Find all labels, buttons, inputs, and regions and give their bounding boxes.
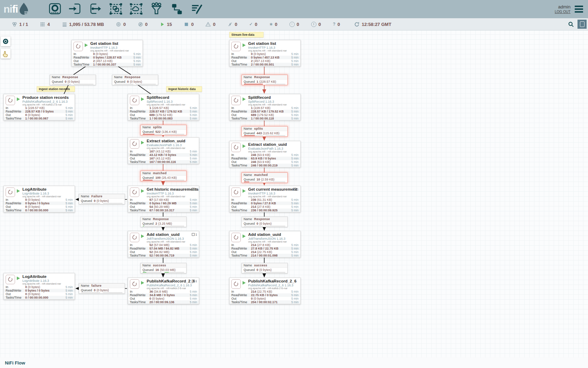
object-threshold-bar xyxy=(114,84,133,84)
output-port-icon[interactable] xyxy=(88,2,103,16)
stat-row: In167 (43.12 KB)5 min xyxy=(128,150,199,153)
running-state-icon xyxy=(243,43,246,47)
processor-get-historic-measurements[interactable]: Get historic measurementsInvokeHTTP 1.16… xyxy=(128,186,199,212)
status-value: 0 xyxy=(255,22,257,27)
connection-queued-row: Queued0(0 bytes) xyxy=(50,80,96,84)
processor-add-station-uuid[interactable]: Add station_uuidJoltTransformJSON 1.16.3… xyxy=(229,231,301,258)
status-value: 1,095 / 53.78 MB xyxy=(69,22,104,27)
stat-window: 5 min xyxy=(187,243,197,247)
stat-value: 228.57 KB / 179.52 KB xyxy=(149,110,187,113)
connection-label-response[interactable]: NameResponseQueued2(3.25 MB) xyxy=(140,217,187,227)
processor-produce-station-records[interactable]: Produce station recordsPublishKafkaRecor… xyxy=(4,94,75,121)
connection-name-row: Namesplits xyxy=(141,125,186,130)
processor-name: SplitRecord xyxy=(147,95,199,100)
connection-label-success[interactable]: NamesuccessQueued0(0 bytes) xyxy=(241,263,288,273)
stat-row: Out0 (0 bytes)5 min xyxy=(4,205,75,209)
label-icon[interactable] xyxy=(190,2,204,16)
stat-window: 5 min xyxy=(187,247,197,250)
connection-label-failure[interactable]: NameFailureQueued0(0 bytes) xyxy=(79,194,125,204)
processor-name: Produce station records xyxy=(22,95,75,100)
status-value: 0 xyxy=(191,22,194,27)
processor-extract-station-uuid[interactable]: Extract station_uuidEvaluateJsonPath 1.1… xyxy=(229,141,301,168)
processor-splitrecord[interactable]: SplitRecordSplitRecord 1.16.3org.apache.… xyxy=(229,94,301,121)
template-icon[interactable] xyxy=(169,2,184,16)
refresh-icon[interactable] xyxy=(354,22,359,27)
stat-window: 5 min xyxy=(62,285,73,289)
stat-value: 54 (60.29 MB) xyxy=(149,205,187,209)
processor-publishkafkarecord-2-6[interactable]: PublishKafkaRecord_2_6PublishKafkaRecord… xyxy=(128,278,199,304)
size-threshold-bar xyxy=(103,203,122,204)
panel-toggle-button[interactable] xyxy=(578,20,587,29)
size-threshold-bar xyxy=(266,226,285,226)
connection-label-matched[interactable]: NamematchedQueued100(25.43 KB) xyxy=(140,171,187,181)
stat-row: Read/Write57.04 MB / 84.82 MB5 min xyxy=(128,247,199,250)
stat-window: 5 min xyxy=(62,113,73,117)
processor-icon xyxy=(130,139,139,149)
stat-value: 0 bytes / 0 bytes xyxy=(25,202,62,205)
connection-label-response[interactable]: NameResponseQueued1(228.57 KB) xyxy=(241,75,288,85)
connection-label-splits[interactable]: NamesplitsQueued443(115.62 KB) xyxy=(241,126,288,137)
logout-link[interactable]: LOG OUT xyxy=(555,10,570,14)
size-threshold-bar xyxy=(74,84,93,84)
connection-label-splits[interactable]: NamesplitsQueued522(136.4 KB) xyxy=(140,125,187,135)
operate-palette-button[interactable] xyxy=(1,49,10,59)
locally-modified-icon: ∗ xyxy=(269,22,273,26)
stat-label: Read/Write xyxy=(130,293,149,297)
status-item-active-threads: 4 xyxy=(40,22,50,27)
stat-window: 5 min xyxy=(62,110,73,113)
processor-icon xyxy=(231,42,241,51)
connection-label-response[interactable]: NameResponseQueued0(0 bytes) xyxy=(112,75,158,85)
queued-count: 16 xyxy=(155,268,159,272)
stat-label: In xyxy=(130,290,149,293)
status-item-cluster: 1 / 1 xyxy=(12,22,28,27)
status-item-running: 15 xyxy=(160,22,172,27)
stat-label: Read/Write xyxy=(6,202,25,205)
global-menu-button[interactable] xyxy=(575,4,583,14)
processor-extract-station-uuid[interactable]: Extract station_uuidEvaluateJsonPath 1.1… xyxy=(128,137,199,164)
processor-bundle: org.apache.nifi - nifi-kafka-2-6-nar xyxy=(22,103,75,106)
stat-value: 2 / 00:00:00.501 xyxy=(251,63,288,66)
stat-row: Read/Write228.57 KB / 179.52 KB5 min xyxy=(230,110,300,113)
stat-row: Out0 (0 bytes)5 min xyxy=(4,292,75,296)
processor-bundle: org.apache.nifi - nifi-standard-nar xyxy=(147,103,199,106)
size-threshold-bar xyxy=(164,272,184,273)
stat-value: 167 / 00:00:00.116 xyxy=(149,160,187,164)
breadcrumb[interactable]: NiFi Flow xyxy=(5,360,25,366)
processor-get-current-measurement[interactable]: Get current measurementInvokeHTTP 1.16.3… xyxy=(229,186,301,212)
stat-window: 5 min xyxy=(187,106,197,110)
connection-label-response[interactable]: NameResponseQueued0(0 bytes) xyxy=(50,75,96,85)
processor-logattribute[interactable]: LogAttributeLogAttribute 1.16.3org.apach… xyxy=(4,273,75,300)
running-icon xyxy=(160,22,165,27)
stat-window: 5 min xyxy=(62,292,73,296)
cluster-icon xyxy=(12,22,17,27)
stat-label: Out xyxy=(6,205,25,209)
process-group-icon[interactable] xyxy=(108,2,123,16)
navigate-palette-button[interactable] xyxy=(1,36,10,46)
stat-value: 228.57 KB / 0 bytes xyxy=(25,110,62,113)
processor-name: Extract station_uuid xyxy=(147,139,199,143)
stat-value: 204 / 00:00:02.171 xyxy=(251,300,288,304)
processor-splitrecord[interactable]: SplitRecordSplitRecord 1.16.3org.apache.… xyxy=(128,94,199,121)
stat-label: Out xyxy=(130,205,149,209)
queued-count: 0 xyxy=(127,80,129,83)
search-icon[interactable] xyxy=(568,21,574,27)
size-threshold-bar xyxy=(164,134,184,135)
stat-row: Read/Write63.9 KB / 0 bytes5 min xyxy=(230,157,300,160)
funnel-icon[interactable] xyxy=(149,2,164,16)
connection-label-response[interactable]: NameResponseQueued0(0 bytes) xyxy=(241,217,288,227)
processor-get-station-list[interactable]: Get station listInvokeHTTP 1.16.3org.apa… xyxy=(71,40,143,67)
remote-process-group-icon[interactable] xyxy=(129,2,144,16)
stat-row: In36 (34.8 MB)5 min xyxy=(128,290,199,293)
object-threshold-bar xyxy=(52,84,71,84)
stat-value: 67 / 00:00:10.317 xyxy=(149,209,187,212)
processor-add-station-uuid[interactable]: Add station_uuidJoltTransformJSON 1.16.3… xyxy=(128,231,199,258)
connection-label-success[interactable]: NamesuccessQueued16(50.03 MB) xyxy=(140,263,187,273)
stat-label: Out xyxy=(130,250,149,254)
processor-logattribute[interactable]: LogAttributeLogAttribute 1.16.3org.apach… xyxy=(4,186,75,212)
processor-publishkafkarecord-2-6[interactable]: PublishKafkaRecord_2_6PublishKafkaRecord… xyxy=(229,278,301,304)
connection-label-matched[interactable]: NamematchedQueued10(2.59 KB) xyxy=(241,172,288,183)
input-port-icon[interactable] xyxy=(68,2,83,16)
processor-icon[interactable] xyxy=(48,2,62,16)
processor-get-station-list[interactable]: Get station listInvokeHTTP 1.16.3org.apa… xyxy=(229,40,301,67)
connection-label-failure[interactable]: NamefailureQueued0(0 bytes) xyxy=(79,283,125,294)
